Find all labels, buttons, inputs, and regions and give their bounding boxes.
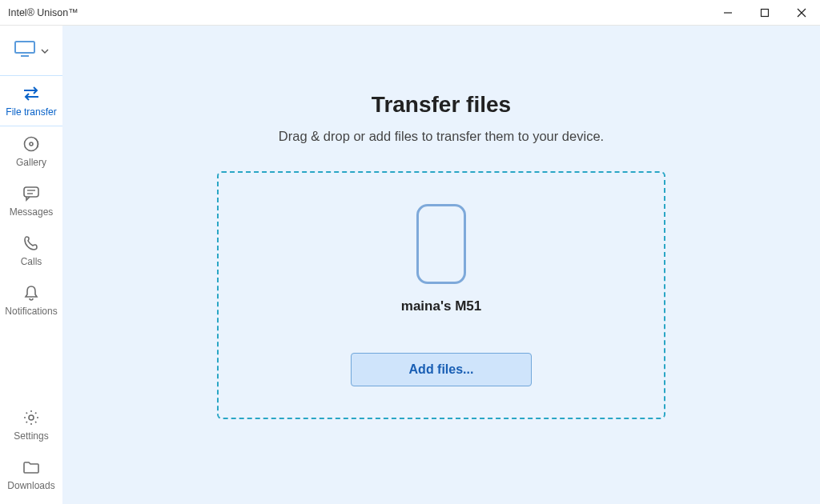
sidebar-item-label: File transfer (6, 106, 56, 118)
titlebar: Intel® Unison™ (0, 0, 820, 26)
folder-icon (22, 458, 41, 477)
svg-rect-10 (24, 187, 38, 197)
sidebar-item-messages[interactable]: Messages (0, 176, 62, 226)
sidebar-item-label: Calls (21, 256, 42, 267)
gallery-icon (22, 134, 41, 154)
sidebar-item-gallery[interactable]: Gallery (0, 126, 62, 176)
device-selector[interactable] (10, 35, 52, 70)
sidebar-item-label: Notifications (5, 306, 57, 317)
monitor-icon (14, 40, 36, 61)
minimize-icon (723, 8, 733, 18)
sidebar-item-downloads[interactable]: Downloads (0, 450, 62, 504)
sidebar-item-calls[interactable]: Calls (0, 226, 62, 275)
sidebar-item-label: Downloads (7, 480, 54, 491)
transfer-icon (22, 84, 41, 103)
device-name-label: maina's M51 (401, 298, 481, 314)
sidebar-item-file-transfer[interactable]: File transfer (0, 75, 62, 126)
svg-rect-1 (762, 9, 769, 16)
sidebar-item-label: Gallery (16, 157, 46, 168)
minimize-button[interactable] (709, 0, 746, 25)
file-dropzone[interactable]: maina's M51 Add files... (217, 171, 665, 419)
sidebar: File transfer Gallery Messages Calls (0, 26, 62, 504)
chevron-down-icon (41, 43, 49, 58)
messages-icon (22, 184, 41, 203)
phone-icon (22, 234, 41, 253)
page-subtitle: Drag & drop or add files to transfer the… (91, 129, 791, 144)
app-body: File transfer Gallery Messages Calls (0, 26, 820, 504)
sidebar-item-settings[interactable]: Settings (0, 400, 62, 450)
content-area: Transfer files Drag & drop or add files … (62, 26, 820, 504)
close-icon (797, 8, 806, 18)
window-title: Intel® Unison™ (8, 7, 709, 18)
sidebar-item-label: Settings (14, 430, 48, 442)
svg-rect-4 (15, 42, 34, 53)
phone-icon (416, 204, 466, 284)
svg-point-9 (30, 142, 33, 146)
maximize-button[interactable] (746, 0, 783, 25)
nav-list: File transfer Gallery Messages Calls (0, 75, 62, 325)
maximize-icon (760, 8, 770, 18)
add-files-label: Add files... (409, 362, 474, 377)
add-files-button[interactable]: Add files... (351, 353, 532, 386)
sidebar-item-label: Messages (10, 206, 54, 218)
page-title: Transfer files (91, 92, 791, 118)
svg-point-13 (29, 415, 34, 420)
window-controls (709, 0, 820, 25)
sidebar-item-notifications[interactable]: Notifications (0, 275, 62, 325)
gear-icon (22, 408, 41, 427)
bell-icon (22, 283, 41, 302)
close-button[interactable] (783, 0, 820, 25)
